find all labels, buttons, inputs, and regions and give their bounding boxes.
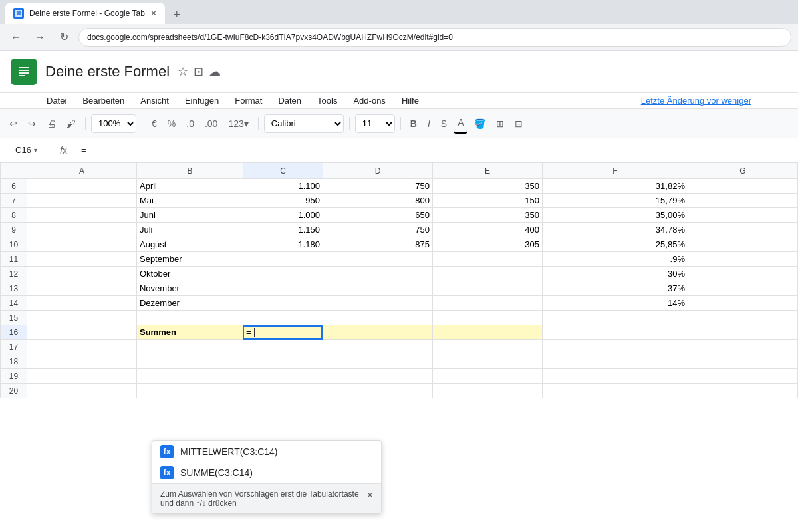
cell-d8[interactable]: 650 [323, 208, 432, 223]
cell-a11[interactable] [27, 252, 137, 267]
autocomplete-close-button[interactable]: × [367, 489, 373, 501]
italic-button[interactable]: I [424, 114, 434, 134]
cell-d19[interactable] [323, 369, 432, 384]
decimal-increase-button[interactable]: .00 [201, 114, 221, 134]
cell-e12[interactable] [432, 267, 542, 281]
cell-f7[interactable]: 15,79% [542, 194, 688, 208]
cell-e9[interactable]: 400 [432, 223, 542, 237]
cell-a15[interactable] [27, 311, 137, 325]
font-select[interactable]: Calibri [264, 114, 344, 133]
cell-c9[interactable]: 1.150 [243, 223, 323, 237]
cell-f14[interactable]: 14% [542, 296, 688, 311]
cell-a7[interactable] [27, 194, 137, 208]
cell-g16[interactable] [688, 325, 797, 340]
decimal-decrease-button[interactable]: .0 [182, 114, 198, 134]
cell-b12[interactable]: Oktober [136, 267, 243, 281]
merge-button[interactable]: ⊟ [511, 114, 527, 134]
cell-c20[interactable] [243, 384, 323, 398]
cell-g18[interactable] [688, 354, 797, 369]
cell-d7[interactable]: 800 [323, 194, 432, 208]
cell-d15[interactable] [323, 311, 432, 325]
print-button[interactable]: 🖨 [43, 114, 60, 134]
cell-g13[interactable] [688, 281, 797, 296]
cell-e18[interactable] [432, 354, 542, 369]
cell-f18[interactable] [542, 354, 688, 369]
menu-hilfe[interactable]: Hilfe [395, 93, 426, 108]
cell-f10[interactable]: 25,85% [542, 237, 688, 252]
cell-g7[interactable] [688, 194, 797, 208]
undo-button[interactable]: ↩ [5, 114, 21, 134]
cell-d13[interactable] [323, 281, 432, 296]
cell-g14[interactable] [688, 296, 797, 311]
redo-button[interactable]: ↪ [24, 114, 40, 134]
cell-b9[interactable]: Juli [136, 223, 243, 237]
cell-e6[interactable]: 350 [432, 179, 542, 194]
cell-d11[interactable] [323, 252, 432, 267]
reload-button[interactable]: ↻ [55, 28, 73, 47]
menu-bearbeiten[interactable]: Bearbeiten [76, 93, 131, 108]
number-format-button[interactable]: 123▾ [224, 114, 252, 134]
cell-f12[interactable]: 30% [542, 267, 688, 281]
cell-g8[interactable] [688, 208, 797, 223]
cell-f15[interactable] [542, 311, 688, 325]
cell-a8[interactable] [27, 208, 137, 223]
cell-c18[interactable] [243, 354, 323, 369]
cell-d6[interactable]: 750 [323, 179, 432, 194]
cell-a17[interactable] [27, 340, 137, 354]
last-change-link[interactable]: Letzte Änderung vor weniger [634, 93, 758, 108]
cell-b8[interactable]: Juni [136, 208, 243, 223]
cell-c7[interactable]: 950 [243, 194, 323, 208]
cell-reference[interactable]: C16 ▾ [0, 138, 53, 162]
cell-a20[interactable] [27, 384, 137, 398]
cell-c15[interactable] [243, 311, 323, 325]
cell-c13[interactable] [243, 281, 323, 296]
bold-button[interactable]: B [406, 114, 421, 134]
cell-e13[interactable] [432, 281, 542, 296]
cell-g12[interactable] [688, 267, 797, 281]
cell-g19[interactable] [688, 369, 797, 384]
cloud-icon[interactable]: ☁ [209, 65, 221, 79]
cell-c6[interactable]: 1.100 [243, 179, 323, 194]
cell-c10[interactable]: 1.180 [243, 237, 323, 252]
cell-g6[interactable] [688, 179, 797, 194]
cell-a16[interactable] [27, 325, 137, 340]
cell-e19[interactable] [432, 369, 542, 384]
cell-b14[interactable]: Dezember [136, 296, 243, 311]
cell-b19[interactable] [136, 369, 243, 384]
cell-b11[interactable]: September [136, 252, 243, 267]
cell-d20[interactable] [323, 384, 432, 398]
currency-button[interactable]: € [148, 114, 161, 134]
cell-a6[interactable] [27, 179, 137, 194]
paint-format-button[interactable]: 🖌 [63, 114, 80, 134]
cell-g20[interactable] [688, 384, 797, 398]
cell-d10[interactable]: 875 [323, 237, 432, 252]
cell-c8[interactable]: 1.000 [243, 208, 323, 223]
autocomplete-item-summe[interactable]: fx SUMME(C3:C14) [152, 462, 381, 483]
cell-c16[interactable]: = [243, 325, 323, 340]
percent-button[interactable]: % [164, 114, 180, 134]
cell-e16[interactable] [432, 325, 542, 340]
cell-b7[interactable]: Mai [136, 194, 243, 208]
cell-a18[interactable] [27, 354, 137, 369]
formula-input[interactable] [74, 138, 798, 162]
cell-e11[interactable] [432, 252, 542, 267]
cell-a14[interactable] [27, 296, 137, 311]
cell-b17[interactable] [136, 340, 243, 354]
cell-b10[interactable]: August [136, 237, 243, 252]
menu-daten[interactable]: Daten [271, 93, 308, 108]
cell-d12[interactable] [323, 267, 432, 281]
cell-f8[interactable]: 35,00% [542, 208, 688, 223]
cell-a19[interactable] [27, 369, 137, 384]
folder-icon[interactable]: ⊡ [194, 65, 203, 79]
strikethrough-button[interactable]: S [437, 114, 451, 134]
cell-f9[interactable]: 34,78% [542, 223, 688, 237]
cell-f16[interactable] [542, 325, 688, 340]
cell-f17[interactable] [542, 340, 688, 354]
cell-e15[interactable] [432, 311, 542, 325]
active-tab[interactable]: Deine erste Formel - Google Tab ✕ [5, 3, 165, 24]
cell-e14[interactable] [432, 296, 542, 311]
tab-close-button[interactable]: ✕ [150, 9, 157, 18]
autocomplete-item-mittelwert[interactable]: fx MITTELWERT(C3:C14) [152, 441, 381, 462]
cell-e7[interactable]: 150 [432, 194, 542, 208]
zoom-select[interactable]: 100% [91, 114, 136, 133]
